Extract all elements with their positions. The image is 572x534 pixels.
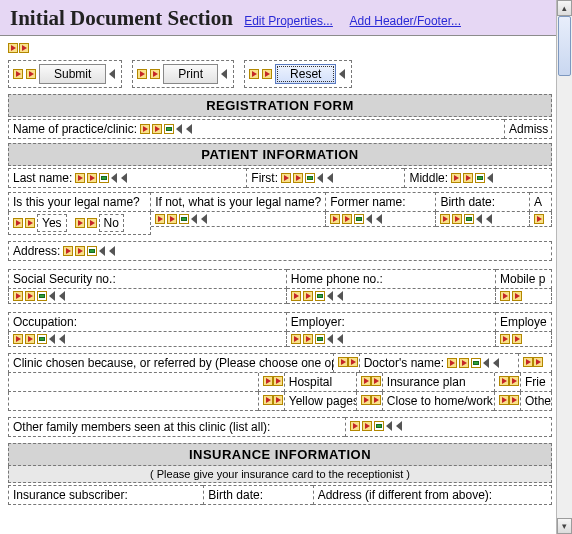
caret-left-icon xyxy=(176,124,184,134)
field-icon xyxy=(164,124,174,134)
scroll-down-button[interactable]: ▾ xyxy=(557,518,572,534)
viewport: Initial Document Section Edit Properties… xyxy=(0,0,572,534)
ins-address-label: Address (if different from above): xyxy=(313,485,552,505)
marker-icon xyxy=(150,69,160,79)
age-label: A xyxy=(534,195,542,209)
if-not-label: If not, what is your legal name? xyxy=(155,195,321,209)
ins-subscriber-label: Insurance subscriber: xyxy=(8,485,203,505)
marker-icon xyxy=(8,43,18,53)
other-family-label: Other family members seen at this clinic… xyxy=(13,420,270,434)
add-header-footer-link[interactable]: Add Header/Footer... xyxy=(350,14,461,28)
page-canvas: Initial Document Section Edit Properties… xyxy=(0,0,556,515)
marker-icon xyxy=(13,69,23,79)
ssn-label: Social Security no.: xyxy=(13,272,116,286)
yes-option[interactable]: Yes xyxy=(37,214,67,232)
caret-left-icon xyxy=(221,69,229,79)
option-hospital[interactable]: Hospital xyxy=(284,373,356,392)
caret-left-icon xyxy=(186,124,194,134)
marker-icon xyxy=(140,124,150,134)
employer-phone-label: Employe xyxy=(500,315,547,329)
marker-icon xyxy=(26,69,36,79)
row-ssn: Social Security no.: Home phone no.: Mob… xyxy=(8,269,552,304)
marker-icon xyxy=(152,124,162,134)
print-cell: Print xyxy=(132,60,234,88)
section-header: Initial Document Section Edit Properties… xyxy=(0,0,556,36)
reset-button[interactable]: Reset xyxy=(275,64,336,84)
caret-left-icon xyxy=(109,69,117,79)
row-clinic-reason: Clinic chosen because, or referred by (P… xyxy=(8,353,552,373)
last-name-label: Last name: xyxy=(13,171,72,185)
scroll-thumb[interactable] xyxy=(558,16,571,76)
doctor-name-label: Doctor's name: xyxy=(364,356,444,370)
submit-cell: Submit xyxy=(8,60,122,88)
print-button[interactable]: Print xyxy=(163,64,218,84)
address-label: Address: xyxy=(13,244,60,258)
former-label: Former name: xyxy=(330,195,405,209)
marker-icon xyxy=(19,43,29,53)
middle-name-label: Middle: xyxy=(409,171,448,185)
marker-icon xyxy=(249,69,259,79)
option-yellow-pages[interactable]: Yellow pages xyxy=(284,392,356,411)
mobile-label: Mobile p xyxy=(500,272,545,286)
vertical-scrollbar[interactable]: ▴ ▾ xyxy=(556,0,572,534)
ins-birth-label: Birth date: xyxy=(203,485,312,505)
row-occupation: Occupation: Employer: Employe xyxy=(8,312,552,347)
button-row: Submit Print Reset xyxy=(8,60,552,88)
option-friend[interactable]: Frie xyxy=(520,373,552,392)
option-close-home[interactable]: Close to home/work xyxy=(382,392,494,411)
marker-icon xyxy=(262,69,272,79)
patient-info-heading: PATIENT INFORMATION xyxy=(8,143,552,166)
scroll-up-button[interactable]: ▴ xyxy=(557,0,572,16)
row-legal: Is this your legal name? Yes No xyxy=(8,192,552,235)
practice-label: Name of practice/clinic: xyxy=(13,122,137,136)
submit-button[interactable]: Submit xyxy=(39,64,106,84)
document-scroll[interactable]: Initial Document Section Edit Properties… xyxy=(0,0,556,534)
option-insurance-plan[interactable]: Insurance plan xyxy=(382,373,494,392)
insurance-subtitle: ( Please give your insurance card to the… xyxy=(8,466,552,483)
birth-label: Birth date: xyxy=(440,195,495,209)
row-insurance: Insurance subscriber: Birth date: Addres… xyxy=(8,485,552,505)
employer-label: Employer: xyxy=(291,315,345,329)
reset-cell: Reset xyxy=(244,60,352,88)
no-option[interactable]: No xyxy=(99,214,124,232)
home-phone-label: Home phone no.: xyxy=(291,272,383,286)
insurance-heading: INSURANCE INFORMATION xyxy=(8,443,552,466)
option-other[interactable]: Othe xyxy=(520,392,552,411)
legal-q-label: Is this your legal name? xyxy=(13,195,140,209)
admission-label: Admiss xyxy=(504,119,552,139)
first-name-label: First: xyxy=(251,171,278,185)
section-title: Initial Document Section xyxy=(10,6,233,31)
scroll-track[interactable] xyxy=(557,16,572,518)
edit-properties-link[interactable]: Edit Properties... xyxy=(244,14,333,28)
occupation-label: Occupation: xyxy=(13,315,77,329)
markers-top xyxy=(8,43,29,53)
row-name: Last name: First: Middle: xyxy=(8,168,552,188)
clinic-reason-label: Clinic chosen because, or referred by (P… xyxy=(13,356,333,370)
caret-left-icon xyxy=(339,69,347,79)
marker-icon xyxy=(137,69,147,79)
row-practice: Name of practice/clinic: Admiss xyxy=(8,119,552,139)
registration-heading: REGISTRATION FORM xyxy=(8,94,552,117)
